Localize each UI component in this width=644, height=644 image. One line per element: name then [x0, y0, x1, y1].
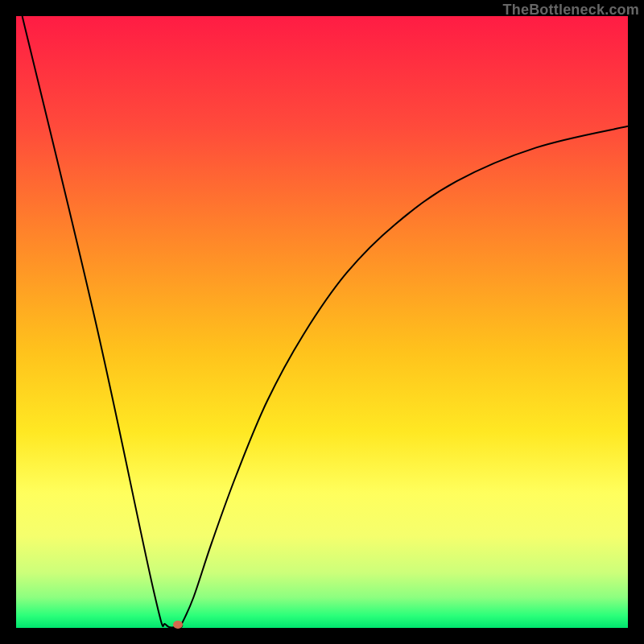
plot-area: [16, 16, 628, 628]
chart-frame: TheBottleneck.com: [0, 0, 644, 644]
bottleneck-curve: [23, 16, 628, 628]
curve-svg: [16, 16, 628, 628]
optimal-point-marker: [173, 621, 183, 629]
watermark-text: TheBottleneck.com: [503, 2, 639, 19]
